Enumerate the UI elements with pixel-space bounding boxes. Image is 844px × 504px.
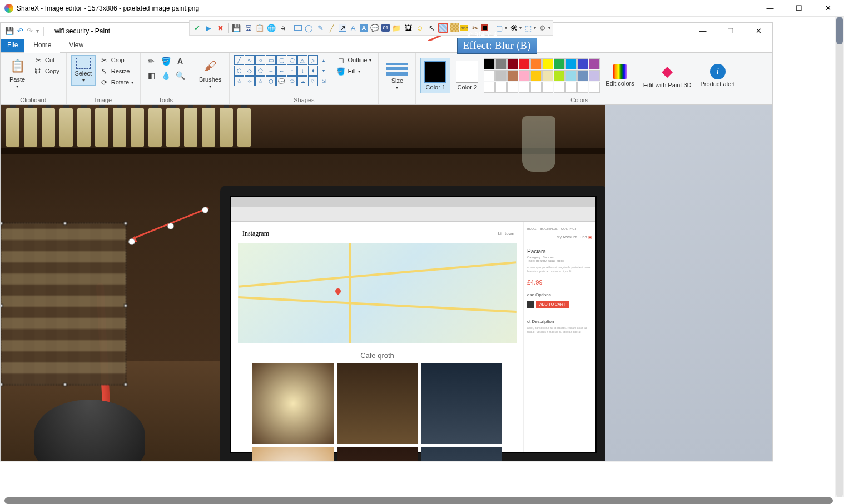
- palette-color[interactable]: [507, 58, 518, 69]
- select-button[interactable]: Select▾: [71, 55, 96, 86]
- arrow-handle[interactable]: [167, 223, 174, 229]
- close-button[interactable]: ✕: [820, 4, 836, 12]
- shapes-gallery[interactable]: ╱∿○▭▢⬠△▷▴ ⬡◇⬠→←↑↓✦▾ ☆✧☆⬡💬⬭☁♡⇲: [234, 55, 329, 86]
- palette-color[interactable]: [530, 70, 542, 81]
- product-alert-button[interactable]: iProduct alert: [697, 62, 738, 89]
- confirm-icon[interactable]: ✔: [192, 23, 202, 33]
- resize-button[interactable]: ⤡Resize: [98, 66, 132, 76]
- qat-redo-icon[interactable]: ↷: [27, 27, 33, 35]
- text-tool-icon[interactable]: A: [174, 55, 186, 67]
- tab-file[interactable]: File: [1, 39, 24, 52]
- palette-color[interactable]: [554, 82, 565, 93]
- color2-button[interactable]: Color 2: [453, 58, 481, 93]
- palette-color[interactable]: [484, 58, 495, 69]
- fullscreen-icon[interactable]: ⬚: [523, 23, 533, 33]
- magnify-icon[interactable]: 📁: [391, 23, 401, 33]
- settings-dropdown-icon[interactable]: ▾: [548, 26, 550, 31]
- image-insert-icon[interactable]: 🖼: [403, 23, 413, 33]
- paint3d-button[interactable]: ◆Edit with Paint 3D: [640, 61, 695, 91]
- rectangle-tool-icon[interactable]: [294, 25, 302, 31]
- zoom-tool-icon[interactable]: 🔍: [174, 69, 186, 82]
- size-button[interactable]: Size▾: [383, 55, 411, 92]
- eraser-tool-icon[interactable]: ◧: [145, 69, 157, 82]
- view-dropdown-icon[interactable]: ▾: [534, 26, 536, 31]
- palette-color[interactable]: [495, 70, 507, 81]
- text-outline-icon[interactable]: A: [348, 23, 358, 33]
- rotate-button[interactable]: ⟳Rotate ▾: [98, 77, 136, 87]
- palette-color[interactable]: [507, 82, 518, 93]
- palette-color[interactable]: [577, 70, 588, 81]
- palette-color[interactable]: [530, 58, 542, 69]
- cut-button[interactable]: ✂Cut: [32, 55, 57, 65]
- arrow-handle[interactable]: [128, 238, 135, 245]
- cancel-icon[interactable]: ✖: [215, 23, 225, 33]
- edit-colors-button[interactable]: Edit colors: [602, 62, 637, 89]
- qat-customize-icon[interactable]: ▾: [36, 28, 39, 34]
- picker-tool-icon[interactable]: 💧: [160, 69, 172, 82]
- qat-undo-icon[interactable]: ↶: [17, 27, 23, 35]
- line-tool-icon[interactable]: ╱: [327, 23, 337, 33]
- palette-color[interactable]: [530, 82, 542, 93]
- ellipse-tool-icon[interactable]: ◯: [304, 23, 314, 33]
- save-as-icon[interactable]: 🖫: [243, 23, 253, 33]
- crop-button[interactable]: ✂Crop: [98, 55, 127, 65]
- maximize-button[interactable]: ☐: [791, 4, 807, 12]
- tab-home[interactable]: Home: [24, 39, 60, 53]
- palette-color[interactable]: [507, 70, 518, 81]
- upload-icon[interactable]: 🌐: [266, 23, 276, 33]
- paint-canvas-area[interactable]: Instagram bil_town Cafe qroth: [1, 105, 772, 461]
- palette-color[interactable]: [519, 82, 530, 93]
- brushes-button[interactable]: 🖌Brushes▾: [196, 55, 225, 91]
- save-icon[interactable]: 💾: [231, 23, 241, 33]
- palette-color[interactable]: [565, 70, 577, 81]
- arrow-handle[interactable]: [202, 207, 208, 213]
- palette-color[interactable]: [565, 58, 577, 69]
- palette-color[interactable]: [554, 70, 565, 81]
- palette-color[interactable]: [495, 58, 507, 69]
- highlight-effect-icon[interactable]: abc: [460, 25, 468, 31]
- paint-minimize-button[interactable]: —: [694, 27, 711, 35]
- arrow-tool-icon[interactable]: ↗: [339, 24, 346, 32]
- palette-color[interactable]: [589, 70, 600, 81]
- fill-button[interactable]: 🪣Fill ▾: [334, 66, 362, 76]
- print-icon[interactable]: 🖨: [278, 23, 288, 33]
- vertical-scrollbar[interactable]: [835, 17, 844, 497]
- palette-color[interactable]: [519, 58, 530, 69]
- fill-tool-icon[interactable]: 🪣: [160, 55, 172, 67]
- undo-dropdown-icon[interactable]: ▾: [505, 26, 507, 31]
- pixelated-selection[interactable]: [1, 223, 126, 385]
- paste-button[interactable]: 📋Paste▾: [5, 55, 29, 91]
- paint-maximize-button[interactable]: ☐: [722, 27, 739, 35]
- sticker-icon[interactable]: ☺: [415, 23, 425, 33]
- pixelate-effect-icon[interactable]: [450, 23, 459, 32]
- palette-color[interactable]: [484, 70, 495, 81]
- cursor-icon[interactable]: ↖: [426, 23, 436, 33]
- paint-close-button[interactable]: ✕: [750, 27, 767, 35]
- speech-icon[interactable]: 💬: [370, 23, 380, 33]
- palette-color[interactable]: [542, 70, 553, 81]
- copy-icon[interactable]: 📋: [255, 23, 265, 33]
- palette-color[interactable]: [577, 58, 588, 69]
- palette-color[interactable]: [565, 82, 577, 93]
- palette-color[interactable]: [542, 58, 553, 69]
- step-icon[interactable]: 01: [381, 24, 390, 32]
- outline-button[interactable]: ◻Outline ▾: [334, 55, 374, 65]
- text-bg-icon[interactable]: A: [360, 24, 368, 32]
- freehand-tool-icon[interactable]: ✎: [315, 23, 325, 33]
- palette-color[interactable]: [577, 82, 588, 93]
- options-icon[interactable]: 🛠: [509, 23, 519, 33]
- horizontal-scrollbar[interactable]: [4, 497, 833, 504]
- settings-gear-icon[interactable]: ⚙: [538, 23, 548, 33]
- palette-color[interactable]: [519, 70, 530, 81]
- pencil-tool-icon[interactable]: ✏: [145, 55, 157, 67]
- tab-view[interactable]: View: [60, 39, 92, 52]
- palette-color[interactable]: [589, 82, 600, 93]
- qat-save-icon[interactable]: 💾: [5, 27, 14, 35]
- palette-color[interactable]: [554, 58, 565, 69]
- continue-icon[interactable]: ▶: [203, 23, 214, 33]
- minimize-button[interactable]: —: [762, 4, 778, 12]
- color1-button[interactable]: Color 1: [420, 58, 450, 93]
- cut-out-icon[interactable]: [481, 24, 488, 31]
- palette-color[interactable]: [484, 82, 495, 93]
- options-dropdown-icon[interactable]: ▾: [519, 26, 522, 31]
